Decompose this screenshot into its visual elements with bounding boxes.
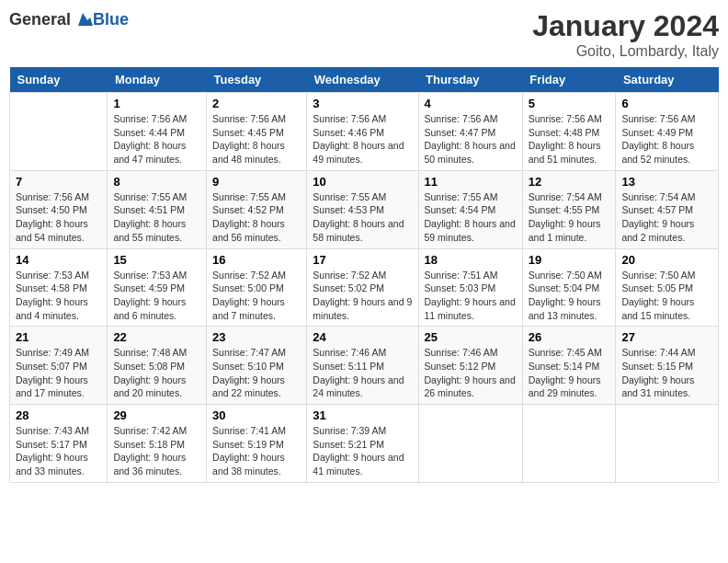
cell-info: Sunrise: 7:56 AMSunset: 4:50 PMDaylight:…	[16, 190, 101, 245]
date-number: 19	[529, 253, 610, 267]
calendar-cell: 19Sunrise: 7:50 AMSunset: 5:04 PMDayligh…	[522, 248, 616, 327]
calendar-cell: 9Sunrise: 7:55 AMSunset: 4:52 PMDaylight…	[207, 170, 307, 248]
cell-info: Sunrise: 7:48 AMSunset: 5:08 PMDaylight:…	[113, 346, 200, 400]
calendar-cell: 18Sunrise: 7:51 AMSunset: 5:03 PMDayligh…	[418, 248, 522, 327]
date-number: 2	[212, 97, 301, 110]
date-number: 1	[113, 97, 200, 110]
calendar-cell: 14Sunrise: 7:53 AMSunset: 4:58 PMDayligh…	[10, 248, 108, 327]
cell-info: Sunrise: 7:53 AMSunset: 4:58 PMDaylight:…	[16, 269, 101, 323]
cell-info: Sunrise: 7:56 AMSunset: 4:44 PMDaylight:…	[113, 112, 200, 167]
date-number: 14	[16, 253, 101, 267]
date-number: 4	[425, 97, 517, 110]
day-header-wednesday: Wednesday	[307, 67, 418, 93]
date-number: 8	[113, 175, 200, 189]
calendar-cell: 1Sunrise: 7:56 AMSunset: 4:44 PMDaylight…	[108, 93, 207, 171]
svg-marker-0	[78, 13, 93, 26]
cell-info: Sunrise: 7:53 AMSunset: 4:59 PMDaylight:…	[113, 269, 200, 323]
day-header-tuesday: Tuesday	[207, 67, 307, 93]
calendar-cell: 15Sunrise: 7:53 AMSunset: 4:59 PMDayligh…	[108, 248, 207, 327]
day-header-friday: Friday	[522, 67, 616, 93]
calendar-cell	[522, 405, 616, 483]
date-number: 21	[16, 330, 101, 344]
day-header-sunday: Sunday	[10, 67, 108, 93]
day-header-saturday: Saturday	[616, 67, 719, 93]
week-row-1: 1Sunrise: 7:56 AMSunset: 4:44 PMDaylight…	[10, 93, 719, 171]
date-number: 26	[529, 330, 610, 344]
week-row-2: 7Sunrise: 7:56 AMSunset: 4:50 PMDaylight…	[10, 170, 719, 248]
cell-info: Sunrise: 7:43 AMSunset: 5:17 PMDaylight:…	[16, 424, 101, 478]
date-number: 17	[313, 253, 412, 267]
date-number: 3	[313, 97, 412, 110]
day-header-thursday: Thursday	[418, 67, 522, 93]
date-number: 29	[113, 408, 200, 422]
header: General Blue January 2024 Goito, Lombard…	[9, 9, 719, 60]
date-number: 11	[425, 175, 517, 189]
cell-info: Sunrise: 7:55 AMSunset: 4:52 PMDaylight:…	[212, 190, 301, 245]
date-number: 15	[113, 253, 200, 267]
cell-info: Sunrise: 7:46 AMSunset: 5:11 PMDaylight:…	[313, 346, 412, 400]
logo: General Blue	[9, 9, 129, 29]
calendar-cell: 28Sunrise: 7:43 AMSunset: 5:17 PMDayligh…	[10, 405, 108, 483]
date-number: 9	[212, 175, 301, 189]
calendar-cell: 13Sunrise: 7:54 AMSunset: 4:57 PMDayligh…	[616, 170, 719, 248]
calendar-cell: 17Sunrise: 7:52 AMSunset: 5:02 PMDayligh…	[307, 248, 418, 327]
date-number: 16	[212, 253, 301, 267]
calendar-cell: 16Sunrise: 7:52 AMSunset: 5:00 PMDayligh…	[207, 248, 307, 327]
calendar-cell: 23Sunrise: 7:47 AMSunset: 5:10 PMDayligh…	[207, 327, 307, 405]
calendar-cell: 25Sunrise: 7:46 AMSunset: 5:12 PMDayligh…	[418, 327, 522, 405]
cell-info: Sunrise: 7:55 AMSunset: 4:53 PMDaylight:…	[313, 190, 412, 245]
date-number: 7	[16, 175, 101, 189]
cell-info: Sunrise: 7:49 AMSunset: 5:07 PMDaylight:…	[16, 346, 101, 400]
calendar-cell: 8Sunrise: 7:55 AMSunset: 4:51 PMDaylight…	[108, 170, 207, 248]
calendar-cell: 5Sunrise: 7:56 AMSunset: 4:48 PMDaylight…	[522, 93, 616, 171]
calendar-cell: 20Sunrise: 7:50 AMSunset: 5:05 PMDayligh…	[616, 248, 719, 327]
date-number: 30	[212, 408, 301, 422]
calendar-cell: 31Sunrise: 7:39 AMSunset: 5:21 PMDayligh…	[307, 405, 418, 483]
calendar-cell: 24Sunrise: 7:46 AMSunset: 5:11 PMDayligh…	[307, 327, 418, 405]
cell-info: Sunrise: 7:50 AMSunset: 5:04 PMDaylight:…	[529, 269, 610, 323]
cell-info: Sunrise: 7:50 AMSunset: 5:05 PMDaylight:…	[621, 269, 712, 323]
date-number: 13	[621, 175, 712, 189]
main-title: January 2024	[532, 9, 719, 43]
calendar-cell: 29Sunrise: 7:42 AMSunset: 5:18 PMDayligh…	[108, 405, 207, 483]
cell-info: Sunrise: 7:56 AMSunset: 4:48 PMDaylight:…	[529, 112, 610, 167]
calendar-cell: 10Sunrise: 7:55 AMSunset: 4:53 PMDayligh…	[307, 170, 418, 248]
cell-info: Sunrise: 7:42 AMSunset: 5:18 PMDaylight:…	[113, 424, 200, 478]
date-number: 5	[529, 97, 610, 110]
day-header-monday: Monday	[108, 67, 207, 93]
cell-info: Sunrise: 7:55 AMSunset: 4:51 PMDaylight:…	[113, 190, 200, 245]
calendar-cell: 27Sunrise: 7:44 AMSunset: 5:15 PMDayligh…	[616, 327, 719, 405]
day-headers-row: SundayMondayTuesdayWednesdayThursdayFrid…	[10, 67, 719, 93]
calendar-cell: 11Sunrise: 7:55 AMSunset: 4:54 PMDayligh…	[418, 170, 522, 248]
cell-info: Sunrise: 7:54 AMSunset: 4:55 PMDaylight:…	[529, 190, 610, 245]
calendar-cell: 12Sunrise: 7:54 AMSunset: 4:55 PMDayligh…	[522, 170, 616, 248]
date-number: 10	[313, 175, 412, 189]
date-number: 18	[425, 253, 517, 267]
cell-info: Sunrise: 7:55 AMSunset: 4:54 PMDaylight:…	[425, 190, 517, 245]
calendar-cell: 4Sunrise: 7:56 AMSunset: 4:47 PMDaylight…	[418, 93, 522, 171]
calendar-cell	[616, 405, 719, 483]
calendar-cell: 21Sunrise: 7:49 AMSunset: 5:07 PMDayligh…	[10, 327, 108, 405]
cell-info: Sunrise: 7:56 AMSunset: 4:46 PMDaylight:…	[313, 112, 412, 167]
cell-info: Sunrise: 7:46 AMSunset: 5:12 PMDaylight:…	[425, 346, 517, 400]
date-number: 23	[212, 330, 301, 344]
cell-info: Sunrise: 7:45 AMSunset: 5:14 PMDaylight:…	[529, 346, 610, 400]
calendar-cell	[10, 93, 108, 171]
date-number: 31	[313, 408, 412, 422]
logo-icon	[73, 9, 93, 29]
date-number: 24	[313, 330, 412, 344]
title-section: January 2024 Goito, Lombardy, Italy	[532, 9, 719, 60]
calendar-cell	[418, 405, 522, 483]
cell-info: Sunrise: 7:56 AMSunset: 4:47 PMDaylight:…	[425, 112, 517, 167]
calendar-cell: 26Sunrise: 7:45 AMSunset: 5:14 PMDayligh…	[522, 327, 616, 405]
date-number: 25	[425, 330, 517, 344]
date-number: 27	[621, 330, 712, 344]
date-number: 6	[621, 97, 712, 110]
week-row-5: 28Sunrise: 7:43 AMSunset: 5:17 PMDayligh…	[10, 405, 719, 483]
cell-info: Sunrise: 7:41 AMSunset: 5:19 PMDaylight:…	[212, 424, 301, 478]
logo-blue-text: Blue	[93, 10, 129, 29]
subtitle: Goito, Lombardy, Italy	[532, 43, 719, 60]
cell-info: Sunrise: 7:47 AMSunset: 5:10 PMDaylight:…	[212, 346, 301, 400]
calendar-cell: 3Sunrise: 7:56 AMSunset: 4:46 PMDaylight…	[307, 93, 418, 171]
cell-info: Sunrise: 7:52 AMSunset: 5:02 PMDaylight:…	[313, 269, 412, 323]
